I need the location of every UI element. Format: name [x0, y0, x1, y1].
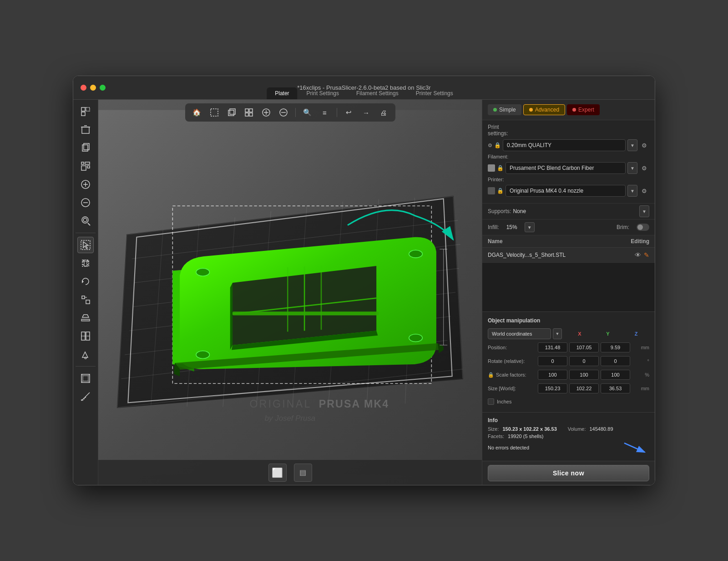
toolbar-btn-zoom[interactable]: 🔍 — [301, 106, 314, 119]
3d-viewport-svg: ORIGINAL PRUSA MK4 by Josef Prusa — [98, 100, 482, 485]
col-name-header: Name — [488, 238, 631, 245]
toolbar-btn-copy[interactable] — [225, 106, 238, 119]
filament-input[interactable] — [506, 162, 626, 174]
info-size-label: Size: — [488, 426, 499, 432]
coords-dropdown[interactable]: ▼ — [553, 328, 562, 339]
toolbar-btn-redo[interactable]: → — [360, 106, 373, 119]
icon-delete[interactable] — [77, 122, 94, 138]
mode-expert-btn[interactable]: Expert — [567, 104, 600, 115]
position-x-input[interactable] — [538, 342, 567, 352]
toolbar-btn-undo[interactable]: ↩ — [343, 106, 355, 119]
printer-gear[interactable]: ⚙ — [639, 186, 649, 196]
table-row[interactable]: DGAS_Velocity...s_5_Short.STL 👁 ✎ — [482, 248, 655, 263]
scale-x-input[interactable] — [538, 370, 567, 380]
object-manipulation-section: Object manipulation World coordinates ▼ … — [482, 311, 655, 412]
icon-paint[interactable] — [77, 346, 94, 362]
toolbar-btn-add-circle[interactable] — [260, 106, 273, 119]
position-z-input[interactable] — [601, 342, 630, 352]
printer-dropdown[interactable]: ▼ — [627, 185, 637, 197]
toolbar-btn-print[interactable]: 🖨 — [377, 106, 390, 119]
icon-add-object[interactable] — [77, 103, 94, 120]
scale-z-input[interactable] — [601, 370, 630, 380]
viewport[interactable]: 🏠 — [98, 100, 482, 485]
brim-toggle[interactable] — [637, 224, 649, 231]
quality-input[interactable] — [503, 139, 626, 151]
svg-rect-10 — [81, 166, 86, 170]
svg-rect-11 — [87, 166, 90, 168]
scale-label-container: 🔒 Scale factors: — [488, 372, 538, 378]
icon-3d-view[interactable] — [77, 370, 94, 387]
supports-dropdown[interactable]: ▼ — [639, 205, 649, 217]
tab-print-settings[interactable]: Print Settings — [298, 87, 347, 99]
icon-arrange[interactable] — [77, 158, 94, 174]
rotate-unit: ° — [647, 358, 649, 364]
mode-advanced-btn[interactable]: Advanced — [523, 104, 565, 115]
icon-flatten[interactable] — [77, 310, 94, 326]
icon-add-circle[interactable] — [77, 176, 94, 193]
svg-rect-6 — [82, 145, 88, 151]
svg-line-19 — [88, 223, 90, 225]
size-x-input[interactable] — [538, 383, 567, 393]
minimize-button[interactable] — [90, 85, 96, 91]
toolbar-btn-dashed[interactable] — [208, 106, 221, 119]
rotate-z-input[interactable] — [601, 356, 630, 366]
filament-dropdown[interactable]: ▼ — [627, 162, 637, 174]
mode-simple-btn[interactable]: Simple — [488, 104, 521, 115]
infill-label: Infill: — [488, 224, 499, 230]
printer-input[interactable] — [506, 185, 626, 197]
rotate-y-input[interactable] — [569, 356, 599, 366]
svg-point-87 — [196, 351, 210, 359]
icon-remove-circle[interactable] — [77, 194, 94, 211]
view-layers-button[interactable]: ▤ — [294, 464, 312, 482]
infill-dropdown-btn[interactable]: ▼ — [525, 222, 535, 232]
world-coords-select[interactable]: World coordinates — [488, 328, 551, 339]
tab-printer-settings[interactable]: Printer Settings — [408, 87, 461, 99]
filament-control: ▼ ⚙ — [506, 162, 649, 174]
icon-search[interactable] — [77, 213, 94, 229]
toolbar-btn-sub-circle[interactable] — [277, 106, 290, 119]
printer-input-row: 🔒 ▼ ⚙ — [488, 185, 649, 197]
icon-cut[interactable] — [77, 328, 94, 344]
filament-input-row: 🔒 ▼ ⚙ — [488, 162, 649, 174]
view-cube-button[interactable]: ⬜ — [268, 464, 287, 482]
svg-rect-45 — [211, 109, 218, 116]
size-z-input[interactable] — [601, 383, 630, 393]
quality-dropdown[interactable]: ▼ — [627, 139, 637, 151]
lock-icon-filament: 🔒 — [497, 165, 504, 171]
icon-scale[interactable] — [77, 291, 94, 308]
svg-rect-7 — [84, 143, 89, 150]
tab-filament-settings[interactable]: Filament Settings — [348, 87, 407, 99]
close-button[interactable] — [81, 85, 86, 91]
scale-label: Scale factors: — [496, 372, 526, 377]
toolbar-btn-lines[interactable]: ≡ — [318, 106, 331, 119]
size-values — [538, 383, 641, 393]
filament-gear[interactable]: ⚙ — [639, 163, 649, 173]
scale-y-input[interactable] — [569, 370, 599, 380]
toolbar-btn-grid[interactable] — [243, 106, 255, 119]
position-y-input[interactable] — [569, 342, 599, 352]
info-size-row: Size: 150.23 x 102.22 x 36.53 Volume: 14… — [488, 426, 649, 432]
position-label: Position: — [488, 345, 538, 350]
inches-checkbox[interactable] — [488, 398, 494, 405]
svg-text:ORIGINAL: ORIGINAL — [249, 398, 311, 410]
svg-marker-23 — [82, 260, 89, 266]
lock-icon-scale[interactable]: 🔒 — [488, 372, 494, 378]
lock-icon-printer: 🔒 — [497, 188, 504, 194]
tab-plater[interactable]: Plater — [267, 87, 297, 99]
slice-now-button[interactable]: Slice now — [488, 465, 649, 481]
gear-icon-quality[interactable]: ⚙ — [488, 143, 492, 148]
maximize-button[interactable] — [100, 85, 106, 91]
size-y-input[interactable] — [569, 383, 599, 393]
toolbar-btn-home[interactable]: 🏠 — [191, 106, 203, 119]
edit-icon[interactable]: ✎ — [644, 251, 649, 259]
position-row: Position: mm — [488, 342, 649, 353]
icon-copy[interactable] — [77, 140, 94, 156]
quality-gear[interactable]: ⚙ — [639, 140, 649, 150]
icon-rotate[interactable] — [77, 273, 94, 290]
rotate-x-input[interactable] — [538, 356, 567, 366]
icon-move[interactable] — [77, 255, 94, 271]
icon-select[interactable] — [77, 237, 94, 253]
svg-point-89 — [409, 334, 423, 342]
eye-icon[interactable]: 👁 — [635, 251, 641, 259]
icon-measure[interactable] — [77, 388, 94, 405]
